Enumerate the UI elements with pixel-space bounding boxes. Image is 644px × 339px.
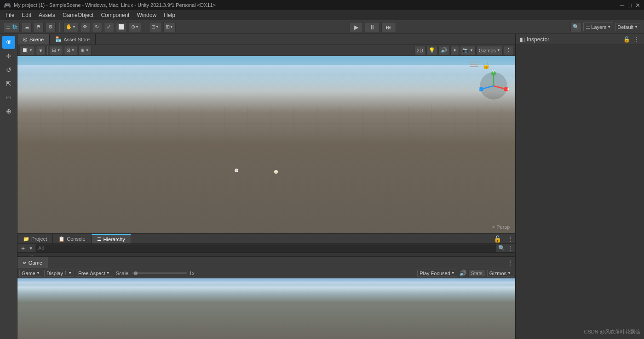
menu-file[interactable]: File — [2, 11, 18, 19]
toggle-shading[interactable]: ▼ — [36, 46, 46, 55]
pivot-icon: ⊡ — [151, 24, 155, 30]
lock-icon[interactable]: 🔒 — [482, 62, 490, 69]
scale2-tool-btn[interactable]: ⇱ — [2, 77, 15, 90]
display-number-dropdown[interactable]: Display 1 ▼ — [44, 270, 74, 277]
menu-help[interactable]: Help — [160, 11, 179, 19]
scene-fx-btn[interactable]: ✦ — [450, 46, 459, 55]
hierarchy-add-btn[interactable]: + — [19, 244, 27, 252]
aspect-ratio-label: Free Aspect — [78, 271, 105, 276]
game-gizmos-label: Gizmos — [489, 271, 506, 276]
step-button[interactable]: ⏭ — [381, 22, 396, 32]
global-icon: ⊞ — [166, 24, 170, 30]
space-mode-dropdown[interactable]: ⊕ ▼ — [78, 46, 92, 55]
game-tab[interactable]: ∞ Game — [17, 257, 48, 268]
hierarchy-more-btn[interactable]: ⋮ — [507, 244, 513, 252]
search-btn[interactable]: 🔍 — [570, 22, 581, 32]
hand-tool-btn[interactable]: ✋ ▼ — [63, 22, 78, 32]
pivot-mode-dropdown[interactable]: ⊠ ▼ — [64, 46, 77, 55]
settings-btn[interactable]: ⚙ — [46, 22, 56, 32]
pause-button[interactable]: ⏸ — [365, 22, 380, 32]
bottom-tab-bar: 📁 Project 📋 Console ☰ Hierarchy 🔓 — [17, 234, 515, 244]
scene-light-btn[interactable]: 💡 — [426, 46, 437, 55]
scale-tool-btn[interactable]: ⤢ — [104, 22, 114, 32]
scale-slider[interactable] — [132, 272, 187, 274]
shading-dropdown[interactable]: 🔲 ▼ — [19, 46, 35, 55]
global-btn[interactable]: ⊞ ▼ — [163, 22, 176, 32]
gizmos-dropdown[interactable]: Gizmos ▼ — [477, 46, 503, 55]
scale-value: 1x — [189, 271, 195, 276]
project-tab[interactable]: 📁 Project — [17, 234, 53, 243]
play-focused-dropdown[interactable]: Play Focused ▼ — [417, 270, 457, 277]
rotate2-icon: ↺ — [6, 66, 12, 73]
scene-2d-btn[interactable]: 2D — [414, 46, 426, 55]
main-toolbar: ☰ 杨 ☁ ⚑ ⚙ ✋ ▼ ✥ ↻ ⤢ ⬜ ⊕ ▼ — [0, 20, 644, 34]
menu-window[interactable]: Window — [133, 11, 160, 19]
move2-tool-btn[interactable]: ✛ — [2, 50, 15, 62]
collab-btn[interactable]: ⚑ — [34, 22, 44, 32]
scene-camera-btn[interactable]: 📷 ▼ — [460, 46, 476, 55]
rotate2-tool-btn[interactable]: ↺ — [2, 63, 15, 76]
cloud-btn[interactable]: ☁ — [22, 22, 32, 32]
game-stats-btn[interactable]: Stats — [468, 270, 485, 277]
menu-assets[interactable]: Assets — [35, 11, 59, 19]
scene-audio-btn[interactable]: 🔊 — [438, 46, 449, 55]
rect-tool-btn[interactable]: ⬜ — [116, 22, 127, 32]
game-audio-btn[interactable]: 🔊 — [459, 270, 466, 277]
layout-label: Default — [617, 24, 633, 30]
transform-gizmo-dropdown[interactable]: ⊞ ▼ — [50, 46, 63, 55]
assetstore-tab-icon: 🏪 — [55, 36, 62, 42]
inspector-label: Inspector — [527, 36, 549, 43]
move-tool-btn[interactable]: ✥ — [80, 22, 90, 32]
aspect-ratio-dropdown[interactable]: Free Aspect ▼ — [76, 270, 112, 277]
close-button[interactable]: ✕ — [635, 2, 640, 9]
scene-viewport[interactable]: 🔒 — [17, 56, 515, 233]
transform-tool-btn[interactable]: ⊕ ▼ — [129, 22, 141, 32]
menu-gameobject[interactable]: GameObject — [59, 11, 97, 19]
scene-menu-icon[interactable] — [470, 62, 478, 67]
inspector-more-btn[interactable]: ⋮ — [633, 36, 640, 43]
scene-tab[interactable]: ◎ Scene — [17, 34, 50, 45]
scene-more-btn[interactable]: ⋮ — [504, 46, 513, 55]
audio-icon: 🔊 — [441, 47, 447, 53]
game-gizmos-dropdown[interactable]: Gizmos ▼ — [487, 270, 513, 277]
rotate-tool-btn[interactable]: ↻ — [92, 22, 102, 32]
layout-dropdown[interactable]: Default ▼ — [615, 23, 640, 31]
cloud-icon: ☁ — [24, 24, 29, 30]
title-bar: 🎮 My project (1) - SampleScene - Windows… — [0, 0, 644, 10]
scene-toolbar: 🔲 ▼ ▼ ⊞ ▼ ⊠ ▼ — [17, 45, 515, 56]
game-viewport[interactable] — [17, 278, 515, 339]
inspector-header: ◧ Inspector 🔓 ⋮ — [516, 34, 644, 45]
rect2-tool-btn[interactable]: ▭ — [2, 91, 15, 104]
game-tab-icon: ∞ — [23, 260, 27, 266]
eye-tool-btn[interactable]: 👁 — [2, 36, 15, 49]
game-display-dropdown[interactable]: Game ▼ — [19, 270, 42, 277]
scale2-icon: ⇱ — [6, 80, 12, 87]
scale-label: Scale — [114, 271, 131, 276]
minimize-button[interactable]: ─ — [620, 2, 624, 9]
menu-edit[interactable]: Edit — [18, 11, 35, 19]
menu-component[interactable]: Component — [97, 11, 133, 19]
console-tab-icon: 📋 — [58, 236, 65, 242]
pivot-btn[interactable]: ⊡ ▼ — [149, 22, 161, 32]
assetstore-tab[interactable]: 🏪 Asset Store — [50, 34, 96, 45]
bottom-panel-lock-btn[interactable]: 🔓 — [492, 235, 503, 243]
play-button[interactable]: ▶ — [350, 22, 363, 32]
game-panel-more-btn[interactable]: ⋮ — [507, 259, 513, 266]
hierarchy-add-dropdown[interactable]: ▼ — [29, 246, 33, 251]
hierarchy-search-icon[interactable]: 🔍 — [498, 245, 505, 251]
scene-gizmo: Y X Z — [477, 70, 510, 103]
game-render — [17, 278, 515, 339]
bottom-panels: 📁 Project 📋 Console ☰ Hierarchy 🔓 — [17, 233, 515, 339]
account-btn[interactable]: ☰ 杨 — [4, 22, 20, 32]
hierarchy-tab[interactable]: ☰ Hierarchy — [92, 234, 131, 243]
hand-icon: ✋ — [66, 24, 72, 30]
layers-dropdown[interactable]: ☰ Layers ▼ — [583, 23, 613, 31]
rotate-icon: ↻ — [95, 24, 99, 30]
inspector-lock-btn[interactable]: 🔓 — [623, 36, 630, 43]
inspector-content — [516, 45, 644, 339]
transform2-tool-btn[interactable]: ⊕ — [2, 105, 15, 118]
bottom-panel-more-btn[interactable]: ⋮ — [505, 235, 515, 243]
console-tab[interactable]: 📋 Console — [53, 234, 91, 243]
hierarchy-search-input[interactable] — [35, 244, 496, 252]
maximize-button[interactable]: □ — [628, 2, 632, 9]
